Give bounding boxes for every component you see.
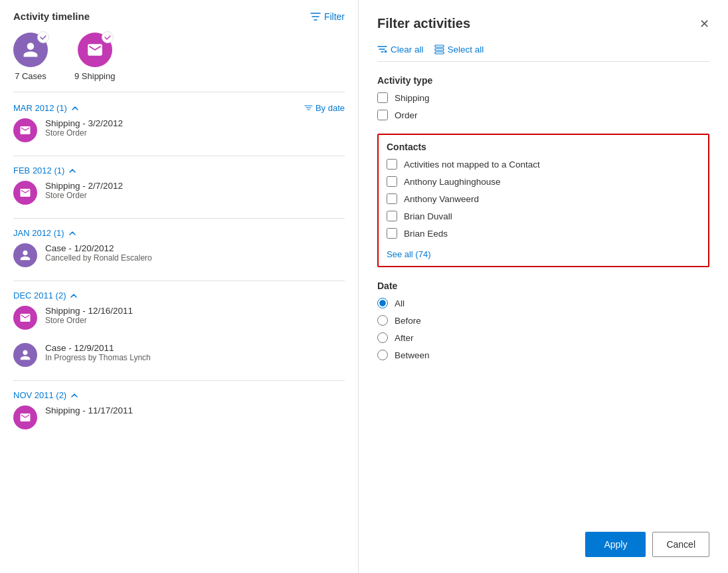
section-mar2012: MAR 2012 (1) By date xyxy=(13,103,345,113)
contact-0-checkbox[interactable] xyxy=(387,159,397,170)
apply-button[interactable]: Apply xyxy=(585,532,646,557)
list-item: Before xyxy=(377,315,709,326)
date-mar2012[interactable]: MAR 2012 (1) xyxy=(13,103,79,113)
order-checkbox-label[interactable]: Order xyxy=(395,110,418,120)
date-before-radio[interactable] xyxy=(377,315,388,326)
table-row: Case - 1/20/2012 Cancelled by Ronald Esc… xyxy=(13,243,345,271)
date-between-label[interactable]: Between xyxy=(395,350,430,360)
list-item: After xyxy=(377,332,709,343)
list-item: Order xyxy=(377,110,709,120)
select-all-icon xyxy=(434,45,444,55)
table-row: Shipping - 12/16/2011 Store Order xyxy=(13,306,345,334)
section-nov2011: NOV 2011 (2) xyxy=(13,390,345,400)
act-content2: Shipping - 2/7/2012 Store Order xyxy=(45,181,123,200)
contact-0-label[interactable]: Activities not mapped to a Contact xyxy=(404,160,540,170)
activity-type-group: Activity type Shipping Order xyxy=(377,75,709,120)
contact-2-checkbox[interactable] xyxy=(387,193,397,204)
check-badge-shipping xyxy=(102,31,114,43)
clear-all-button[interactable]: Clear all xyxy=(377,45,424,55)
contact-2-label[interactable]: Anthony Vanweerd xyxy=(404,194,479,204)
chevron-up-icon xyxy=(71,104,79,112)
case-act-icon xyxy=(13,243,37,267)
date-all-label[interactable]: All xyxy=(395,298,405,308)
shipping-checkbox[interactable] xyxy=(377,92,388,103)
close-button[interactable]: ✕ xyxy=(699,17,709,31)
section-jan2012: JAN 2012 (1) xyxy=(13,228,345,238)
order-checkbox[interactable] xyxy=(377,110,388,120)
date-jan2012[interactable]: JAN 2012 (1) xyxy=(13,228,76,238)
shipping-act-icon4 xyxy=(13,405,37,429)
contact-4-label[interactable]: Brian Eeds xyxy=(404,229,448,239)
table-row: Shipping - 3/2/2012 Store Order xyxy=(13,118,345,146)
act-content: Shipping - 3/2/2012 Store Order xyxy=(45,118,123,138)
contact-3-checkbox[interactable] xyxy=(387,211,397,221)
shipping-act-icon xyxy=(13,118,37,142)
list-item: Brian Eeds xyxy=(387,228,700,239)
act-title3: Case - 1/20/2012 xyxy=(45,243,152,253)
act-sub2: Store Order xyxy=(45,191,123,200)
contact-1-label[interactable]: Anthony Laughinghouse xyxy=(404,177,501,187)
chevron-up-icon2 xyxy=(68,167,76,175)
list-item: Shipping xyxy=(377,92,709,103)
act-title4: Shipping - 12/16/2011 xyxy=(45,306,133,316)
shipping-label: 9 Shipping xyxy=(74,71,115,81)
date-all-radio[interactable] xyxy=(377,298,388,308)
date-nov2011[interactable]: NOV 2011 (2) xyxy=(13,390,78,400)
email-act-icon4 xyxy=(19,411,31,423)
act-title6: Shipping - 11/17/2011 xyxy=(45,405,133,415)
email-icon xyxy=(86,41,104,58)
footer-buttons: Apply Cancel xyxy=(585,532,709,557)
icons-row: 7 Cases 9 Shipping xyxy=(13,33,345,92)
chevron-up-icon4 xyxy=(70,292,78,300)
table-row: Shipping - 11/17/2011 xyxy=(13,405,345,433)
cancel-button[interactable]: Cancel xyxy=(652,532,709,557)
select-all-button[interactable]: Select all xyxy=(434,45,484,55)
filter-icon xyxy=(310,11,321,22)
list-item: Anthony Laughinghouse xyxy=(387,176,700,187)
contacts-section: Contacts Activities not mapped to a Cont… xyxy=(377,134,709,267)
list-item: All xyxy=(377,298,709,308)
activity-header: Activity timeline Filter xyxy=(13,11,345,22)
table-row: Shipping - 2/7/2012 Store Order xyxy=(13,181,345,209)
date-before-label[interactable]: Before xyxy=(395,316,421,326)
check-badge-cases xyxy=(37,31,49,43)
contact-3-label[interactable]: Brian Duvall xyxy=(404,211,452,221)
cases-icon-item: 7 Cases xyxy=(13,33,48,81)
email-act-icon3 xyxy=(19,312,31,324)
act-content5: Case - 12/9/2011 In Progress by Thomas L… xyxy=(45,343,151,362)
shipping-icon-item: 9 Shipping xyxy=(74,33,115,81)
list-item: Activities not mapped to a Contact xyxy=(387,159,700,170)
act-title2: Shipping - 2/7/2012 xyxy=(45,181,123,191)
cases-circle xyxy=(13,33,48,67)
checkmark-icon xyxy=(39,33,47,41)
date-label: Date xyxy=(377,281,709,291)
date-between-radio[interactable] xyxy=(377,350,388,360)
see-all-button[interactable]: See all (74) xyxy=(387,249,430,259)
act-title: Shipping - 3/2/2012 xyxy=(45,118,123,128)
act-title5: Case - 12/9/2011 xyxy=(45,343,151,353)
activity-type-label: Activity type xyxy=(377,75,709,86)
act-sub3: Cancelled by Ronald Escalero xyxy=(45,253,152,263)
date-after-label[interactable]: After xyxy=(395,333,414,343)
email-act-icon2 xyxy=(19,187,31,199)
sort-by-date[interactable]: By date xyxy=(304,103,345,113)
contact-4-checkbox[interactable] xyxy=(387,228,397,239)
contact-1-checkbox[interactable] xyxy=(387,176,397,187)
person-icon xyxy=(22,41,39,58)
act-sub4: Store Order xyxy=(45,316,133,325)
sort-icon xyxy=(304,104,313,112)
list-item: Between xyxy=(377,350,709,360)
shipping-checkbox-label[interactable]: Shipping xyxy=(395,93,430,103)
date-feb2012[interactable]: FEB 2012 (1) xyxy=(13,166,76,175)
person-act-icon xyxy=(19,249,31,261)
filter-actions: Clear all Select all xyxy=(377,45,709,62)
filter-button[interactable]: Filter xyxy=(310,11,345,22)
person-act-icon2 xyxy=(19,349,31,361)
contacts-label: Contacts xyxy=(387,142,700,152)
case-act-icon2 xyxy=(13,343,37,367)
act-content4: Shipping - 12/16/2011 Store Order xyxy=(45,306,133,325)
act-content3: Case - 1/20/2012 Cancelled by Ronald Esc… xyxy=(45,243,152,263)
date-dec2011[interactable]: DEC 2011 (2) xyxy=(13,290,78,300)
date-after-radio[interactable] xyxy=(377,332,388,343)
cases-label: 7 Cases xyxy=(15,71,46,81)
